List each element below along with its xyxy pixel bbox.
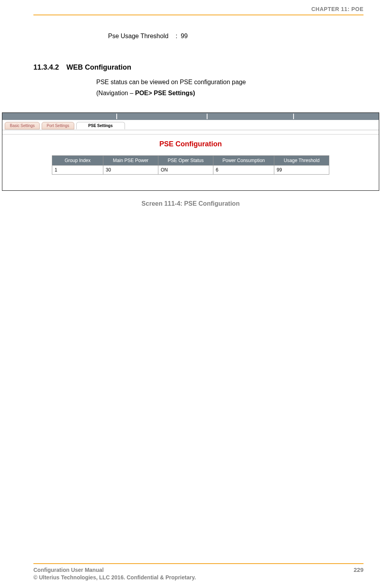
td-power-consumption: 6 bbox=[213, 166, 274, 175]
table-row: 1 30 ON 6 99 bbox=[52, 166, 329, 175]
header-rule bbox=[33, 15, 363, 15]
th-usage-threshold: Usage Threshold bbox=[274, 156, 329, 166]
threshold-label: Pse Usage Threshold bbox=[108, 33, 169, 40]
td-usage-threshold: 99 bbox=[274, 166, 329, 175]
page-footer: Configuration User Manual © Ulterius Tec… bbox=[33, 563, 363, 582]
page-number: 229 bbox=[354, 566, 363, 573]
td-main-pse-power: 30 bbox=[103, 166, 158, 175]
section-title: WEB Configuration bbox=[66, 63, 131, 71]
tab-port-settings[interactable]: Port Settings bbox=[42, 122, 74, 129]
nav-prefix: (Navigation – bbox=[96, 90, 135, 96]
td-group-index: 1 bbox=[52, 166, 103, 175]
section-body: PSE status can be viewed on PSE configur… bbox=[96, 79, 363, 86]
th-power-consumption: Power Consumption bbox=[213, 156, 274, 166]
figure-caption: Screen 111-4: PSE Configuration bbox=[2, 200, 379, 207]
figure-topbar bbox=[2, 113, 379, 120]
tabs-row: Basic Settings Port Settings PSE Setting… bbox=[2, 120, 379, 130]
pse-config-title: PSE Configuration bbox=[2, 134, 379, 155]
nav-bold: POE> PSE Settings) bbox=[135, 90, 195, 96]
th-pse-oper-status: PSE Oper Status bbox=[158, 156, 213, 166]
footer-manual-title: Configuration User Manual bbox=[33, 566, 196, 574]
th-main-pse-power: Main PSE Power bbox=[103, 156, 158, 166]
td-pse-oper-status: ON bbox=[158, 166, 213, 175]
footer-copyright: © Ulterius Technologies, LLC 2016. Confi… bbox=[33, 574, 196, 582]
section-heading: 11.3.4.2 WEB Configuration bbox=[33, 63, 363, 72]
figure-pse-configuration: Basic Settings Port Settings PSE Setting… bbox=[2, 112, 379, 191]
section-number: 11.3.4.2 bbox=[33, 63, 59, 72]
tab-basic-settings[interactable]: Basic Settings bbox=[5, 122, 40, 129]
threshold-value: 99 bbox=[181, 33, 188, 40]
section-nav: (Navigation – POE> PSE Settings) bbox=[96, 90, 363, 97]
threshold-colon: : bbox=[176, 33, 177, 40]
pse-config-table: Group Index Main PSE Power PSE Oper Stat… bbox=[52, 155, 329, 175]
tab-pse-settings[interactable]: PSE Settings bbox=[76, 122, 125, 129]
footer-rule bbox=[33, 563, 363, 564]
threshold-line: Pse Usage Threshold : 99 bbox=[108, 33, 363, 40]
th-group-index: Group Index bbox=[52, 156, 103, 166]
table-header-row: Group Index Main PSE Power PSE Oper Stat… bbox=[52, 156, 329, 166]
chapter-header: CHAPTER 11: POE bbox=[33, 6, 363, 15]
